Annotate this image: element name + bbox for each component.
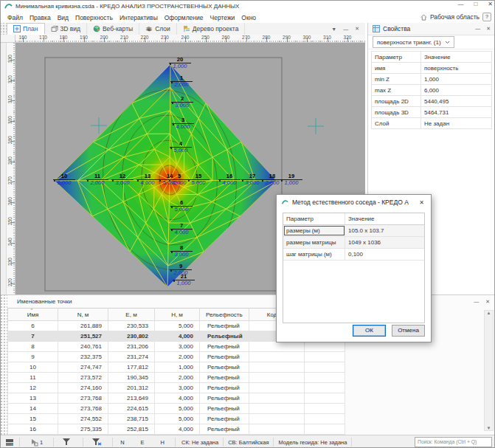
np-table-row[interactable]: 8240,761231,2063,000Рельефный [8,342,345,352]
properties-table: ПараметрЗначениеимяповерхностьmin Z1,000… [371,51,492,129]
properties-row[interactable]: площадь 2D5440,495 [372,96,492,107]
maximize-button[interactable]: □ [474,1,477,7]
ruler-corner [1,35,15,43]
selection-count-indicator[interactable]: 1 [30,438,43,447]
ok-button[interactable]: ОК [353,325,386,337]
dialog-col-value: Значение [345,213,424,224]
property-name: Слой [372,118,421,129]
named-points-minimize-icon[interactable]: — [474,299,479,305]
v-ruler-label: 290 [7,133,13,148]
np-cell [249,404,304,414]
scroll-down-icon[interactable]: ▼ [487,426,491,430]
properties-row[interactable]: СлойНе задан [372,118,492,129]
menu-item-1[interactable]: Правка [30,14,51,21]
filter-icon[interactable] [63,438,71,446]
cancel-button[interactable]: Отмена [392,325,425,337]
np-cell: Рельефный [200,342,249,352]
dialog-row[interactable]: размеры матрицы1049 x 1036 [283,237,424,249]
h-ruler-label: 240 [178,35,193,40]
object-selector-value: поверхности трианг. (1) [377,39,441,46]
np-column-header[interactable]: E, м [108,309,155,321]
np-cell: 15 [8,414,58,424]
tab-Дерево проекта[interactable]: Дерево проекта [177,23,246,35]
app-logo-icon [4,3,13,10]
tab-Слои[interactable]: Слои [139,23,177,35]
np-cell: Рельефный [200,362,249,373]
dialog-close-icon[interactable]: ✕ [412,199,431,206]
np-cell: 5,000 [155,414,200,424]
property-value: поверхность [421,63,492,74]
np-cell: 9 [8,352,58,362]
properties-close-icon[interactable]: ✕ [486,26,491,32]
menu-item-6[interactable]: Чертежи [210,14,235,21]
properties-row[interactable]: min Z1,000 [372,74,492,85]
workspace-label[interactable]: Рабочая область [430,13,480,21]
menu-item-3[interactable]: Поверхность [75,14,113,21]
np-cell: 275,335 [58,424,108,435]
geoid-model-status[interactable]: Модель геоида: Не задана [278,439,347,446]
np-column-header[interactable]: Рельефность [200,309,249,321]
home-icon[interactable] [420,14,427,21]
property-name: min Z [372,74,421,85]
tabstrip-grip[interactable] [1,23,7,35]
panel-close-icon[interactable]: ✕ [355,26,359,32]
tab-list-icon[interactable]: ▼ [331,27,336,32]
menu-item-2[interactable]: Вид [58,14,69,21]
dialog-param-value: 105.0 x 103.7 [345,225,424,236]
dialog-row[interactable]: шаг матрицы (м)0,100 [283,249,424,261]
named-points-scrollbar[interactable]: ▲ ▼ [484,310,494,431]
plot-icon[interactable] [5,438,15,447]
menu-item-7[interactable]: Окно [241,14,256,21]
np-cell: 16 [8,424,58,435]
named-points-close-icon[interactable]: ✕ [485,299,490,305]
np-table-row[interactable]: 11273,572190,3452,000Рельефный [8,373,345,383]
property-value: 6,000 [421,85,492,96]
tab-Веб-карты[interactable]: Веб-карты [87,23,139,35]
np-table-row[interactable]: 14273,768224,6155,000Рельефный [8,404,345,414]
command-search-input[interactable]: Поиск: Команда (Ctrl + Q) [415,437,492,447]
np-cell: Рельефный [200,373,249,383]
minimize-button[interactable]: — [457,1,463,7]
close-button[interactable]: ✕ [488,1,493,7]
property-value: Не задан [421,118,492,129]
np-cell [304,424,345,435]
height-system-status[interactable]: СВ: Балтийская [228,439,269,446]
properties-minimize-icon[interactable]: — [475,26,480,32]
v-ruler-label: 280 [7,153,13,168]
np-cell [304,342,345,352]
np-cell: 274,160 [58,383,108,393]
np-table-row[interactable]: 13273,768213,6494,000Рельефный [8,393,345,404]
np-column-header[interactable]: Имя^ [8,309,58,321]
np-cell: 4,000 [155,393,200,404]
properties-row[interactable]: площадь 3D5464,731 [372,107,492,118]
np-cell: 11 [8,373,58,383]
properties-row[interactable]: max Z6,000 [372,85,492,96]
scroll-up-icon[interactable]: ▲ [487,311,491,315]
panel-minimize-icon[interactable]: — [343,27,348,32]
np-cell: 274,747 [58,362,108,373]
np-table-row[interactable]: 10274,747177,8121,000Рельефный [8,362,345,373]
np-column-header[interactable]: H, м [155,309,200,321]
object-selector-dropdown[interactable]: поверхности трианг. (1) [373,36,454,48]
coordinate-system-status[interactable]: СК: Не задана [181,439,218,446]
menu-item-5[interactable]: Оформление [165,14,204,21]
np-cell: 13 [8,393,58,404]
np-table-row[interactable]: 15274,552238,7155,000Рельефный [8,414,345,424]
properties-row[interactable]: имяповерхность [372,63,492,74]
tab-План[interactable]: План [7,23,45,35]
help-icon[interactable]: ? [482,13,491,21]
np-column-header[interactable]: N, м [58,309,108,321]
np-table-row[interactable]: 16275,335252,8154,000Рельефный [8,424,345,435]
menu-item-0[interactable]: Файл [7,14,23,21]
tab-3D вид[interactable]: 3D вид [45,23,87,35]
np-cell: 231,206 [108,342,155,352]
h-ruler-label: 310 [320,35,335,40]
np-table-row[interactable]: 12274,160201,3123,000Рельефный [8,383,345,393]
filter-clear-icon[interactable] [92,438,102,446]
np-table-row[interactable]: 9232,375231,2742,000Рельефный [8,352,345,362]
v-ruler-label: 330 [7,52,13,66]
np-cell: 274,552 [58,414,108,424]
menu-item-4[interactable]: Интерактивы [120,14,158,21]
dialog-row[interactable]: размеры (м)105.0 x 103.7 [283,225,424,237]
np-cell: Рельефный [200,404,249,414]
